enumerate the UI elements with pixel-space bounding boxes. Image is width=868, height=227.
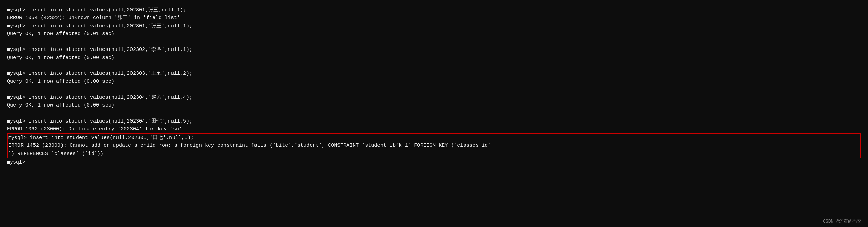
highlighted-prompt-line: mysql> insert into student values(null,2… xyxy=(8,134,860,142)
line-4: Query OK, 1 row affected (0.01 sec) xyxy=(7,30,861,38)
watermark: CSDN @沉着的码农 xyxy=(823,218,861,224)
line-12: ERROR 1062 (23000): Duplicate entry '202… xyxy=(7,125,861,133)
terminal-window: mysql> insert into student values(null,2… xyxy=(0,0,868,227)
empty-line-4 xyxy=(7,109,861,117)
line-9: mysql> insert into student values(null,2… xyxy=(7,94,861,101)
empty-line-1 xyxy=(7,38,861,46)
highlighted-error-line-1: ERROR 1452 (23000): Cannot add or update… xyxy=(8,142,860,150)
line-11: mysql> insert into student values(null,2… xyxy=(7,117,861,125)
line-8: Query OK, 1 row affected (0.00 sec) xyxy=(7,77,861,85)
empty-line-2 xyxy=(7,62,861,70)
empty-line-3 xyxy=(7,86,861,94)
line-5: mysql> insert into student values(null,2… xyxy=(7,46,861,54)
line-1: mysql> insert into student values(null,2… xyxy=(7,6,861,14)
final-prompt[interactable]: mysql> xyxy=(7,158,861,166)
highlighted-error-line-2: `) REFERENCES `classes` (`id`)) xyxy=(8,150,860,158)
line-10: Query OK, 1 row affected (0.00 sec) xyxy=(7,101,861,109)
line-6: Query OK, 1 row affected (0.00 sec) xyxy=(7,54,861,62)
highlighted-error-block: mysql> insert into student values(null,2… xyxy=(7,133,861,158)
line-7: mysql> insert into student values(null,2… xyxy=(7,70,861,77)
line-2: ERROR 1054 (42S22): Unknown column '张三' … xyxy=(7,14,861,22)
line-3: mysql> insert into student values(null,2… xyxy=(7,22,861,30)
